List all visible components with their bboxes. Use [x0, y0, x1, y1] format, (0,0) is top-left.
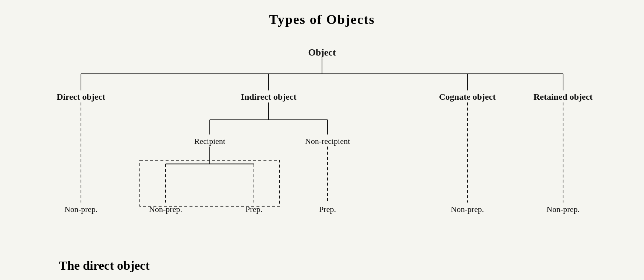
node-direct-object: Direct object	[57, 92, 105, 102]
node-object: Object	[308, 47, 336, 58]
page: Types of Objects Object Direct object In…	[0, 0, 644, 280]
node-recipient: Recipient	[194, 137, 225, 146]
node-non-recipient: Non-recipient	[305, 137, 350, 146]
svg-rect-15	[140, 160, 280, 206]
node-retained-nonprop: Non-prep.	[546, 205, 580, 214]
node-recipient-prep: Prep.	[245, 205, 262, 214]
node-indirect-object: Indirect object	[241, 92, 297, 102]
node-direct-nonprop: Non-prep.	[64, 205, 98, 214]
node-nonrecipient-prep: Prep.	[319, 205, 336, 214]
node-recipient-nonprop: Non-prep.	[149, 205, 182, 214]
node-cognate-object: Cognate object	[439, 92, 496, 102]
node-cognate-nonprop: Non-prep.	[451, 205, 484, 214]
bottom-heading: The direct object	[59, 259, 150, 273]
node-retained-object: Retained object	[534, 92, 593, 102]
tree-diagram: Object Direct object Indirect object Cog…	[0, 0, 644, 280]
